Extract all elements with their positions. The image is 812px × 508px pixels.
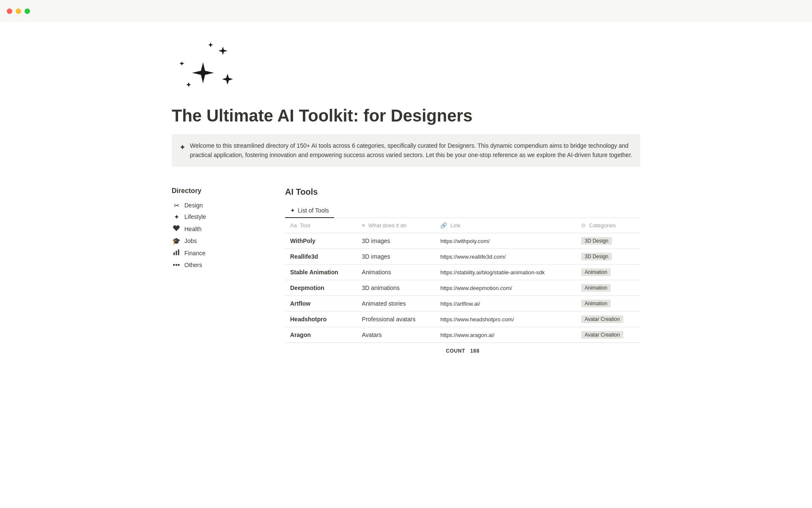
table-row[interactable]: Artflow Animated stories https://artflow…: [285, 295, 640, 311]
sidebar-item-design[interactable]: ✂ Design: [172, 200, 265, 211]
category-badge: Avatar Creation: [581, 315, 623, 323]
count-value: 188: [470, 348, 480, 354]
tools-table: Aa Tool ≡ What does it do 🔗 Link ⊙: [285, 218, 640, 343]
table-row[interactable]: Deepmotion 3D animations https://www.dee…: [285, 280, 640, 295]
sidebar-item-label: Jobs: [184, 237, 197, 244]
col-categories: ⊙ Categories: [576, 218, 640, 233]
tool-desc: 3D animations: [362, 284, 400, 291]
titlebar: [0, 0, 812, 22]
tool-link[interactable]: https://www.reallife3d.com/: [440, 254, 506, 260]
tool-link[interactable]: https://artflow.ai/: [440, 301, 480, 307]
close-button[interactable]: [7, 8, 12, 14]
lines-icon: ≡: [362, 222, 365, 229]
table-row[interactable]: Headshotpro Professional avatars https:/…: [285, 311, 640, 327]
sparkle-icon: ✦: [172, 213, 181, 221]
category-badge: 3D Design: [581, 237, 612, 245]
tools-tabs: ✦ List of Tools: [285, 204, 640, 218]
tool-name: Deepmotion: [290, 284, 324, 291]
sidebar-item-finance[interactable]: Finance: [172, 247, 265, 260]
table-row[interactable]: Stable Animation Animations https://stab…: [285, 264, 640, 280]
circle-icon: ⊙: [581, 222, 586, 229]
table-header-row: Aa Tool ≡ What does it do 🔗 Link ⊙: [285, 218, 640, 233]
tool-link[interactable]: https://www.headshotpro.com/: [440, 316, 514, 323]
table-row[interactable]: WithPoly 3D images https://withpoly.com/…: [285, 233, 640, 248]
sidebar-item-label: Health: [184, 226, 201, 232]
sidebar-item-label: Others: [184, 262, 202, 268]
count-footer: COUNT 188: [285, 343, 640, 359]
col-tool: Aa Tool: [285, 218, 357, 233]
sidebar-item-health[interactable]: Health: [172, 223, 265, 235]
tools-section-title: AI Tools: [285, 187, 640, 197]
tool-desc: 3D images: [362, 237, 390, 244]
tool-name: WithPoly: [290, 237, 315, 244]
sidebar-item-label: Design: [184, 202, 203, 209]
tool-link[interactable]: https://withpoly.com/: [440, 238, 490, 244]
page-icon: [172, 39, 640, 105]
minimize-button[interactable]: [16, 8, 21, 14]
fullscreen-button[interactable]: [25, 8, 30, 14]
link-icon: 🔗: [440, 222, 447, 229]
tool-name: Headshotpro: [290, 316, 326, 323]
page-title: The Ultimate AI Toolkit: for Designers: [172, 105, 640, 126]
scissors-icon: ✂: [172, 202, 181, 210]
tool-desc: Animated stories: [362, 300, 406, 307]
callout-icon: ✦: [179, 141, 186, 160]
svg-rect-0: [173, 252, 175, 255]
tool-link[interactable]: https://www.deepmotion.com/: [440, 285, 512, 291]
col-link: 🔗 Link: [435, 218, 576, 233]
text-icon: Aa: [290, 222, 297, 229]
tool-desc: Professional avatars: [362, 316, 416, 323]
category-badge: Animation: [581, 284, 610, 292]
category-badge: Animation: [581, 268, 610, 276]
svg-rect-1: [176, 251, 177, 255]
category-badge: 3D Design: [581, 253, 612, 260]
tab-icon: ✦: [290, 207, 295, 214]
col-what: ≡ What does it do: [357, 218, 436, 233]
tab-label: List of Tools: [298, 207, 329, 214]
category-badge: Avatar Creation: [581, 331, 623, 339]
tool-desc: 3D images: [362, 253, 390, 260]
sidebar-item-label: Finance: [184, 250, 206, 257]
sidebar-item-jobs[interactable]: 🎓 Jobs: [172, 235, 265, 247]
two-column-layout: Directory ✂ Design ✦ Lifestyle Health 🎓: [172, 187, 640, 359]
sidebar-item-label: Lifestyle: [184, 213, 206, 220]
tool-desc: Avatars: [362, 331, 382, 338]
graduation-icon: 🎓: [172, 237, 181, 245]
table-row[interactable]: Reallife3d 3D images https://www.reallif…: [285, 248, 640, 264]
chart-icon: [172, 248, 181, 258]
tool-link[interactable]: https://stability.ai/blog/stable-animati…: [440, 269, 545, 276]
table-row[interactable]: Aragon Avatars https://www.aragon.ai/ Av…: [285, 327, 640, 342]
directory-sidebar: Directory ✂ Design ✦ Lifestyle Health 🎓: [172, 187, 265, 271]
callout-text: Welcome to this streamlined directory of…: [190, 141, 633, 160]
tool-name: Stable Animation: [290, 269, 338, 276]
tools-section: AI Tools ✦ List of Tools Aa Tool: [285, 187, 640, 359]
count-label: COUNT: [446, 348, 465, 354]
tool-name: Artflow: [290, 300, 310, 307]
callout-box: ✦ Welcome to this streamlined directory …: [172, 134, 640, 167]
tab-list-of-tools[interactable]: ✦ List of Tools: [285, 204, 334, 218]
directory-title: Directory: [172, 187, 265, 195]
ellipsis-icon: •••: [172, 261, 181, 269]
svg-rect-2: [178, 249, 179, 255]
tool-name: Reallife3d: [290, 253, 318, 260]
sidebar-item-others[interactable]: ••• Others: [172, 260, 265, 271]
sidebar-item-lifestyle[interactable]: ✦ Lifestyle: [172, 211, 265, 223]
tool-desc: Animations: [362, 269, 391, 276]
tool-name: Aragon: [290, 331, 311, 338]
category-badge: Animation: [581, 300, 610, 307]
heart-icon: [172, 224, 181, 234]
tool-link[interactable]: https://www.aragon.ai/: [440, 332, 494, 338]
main-content: The Ultimate AI Toolkit: for Designers ✦…: [131, 22, 681, 393]
